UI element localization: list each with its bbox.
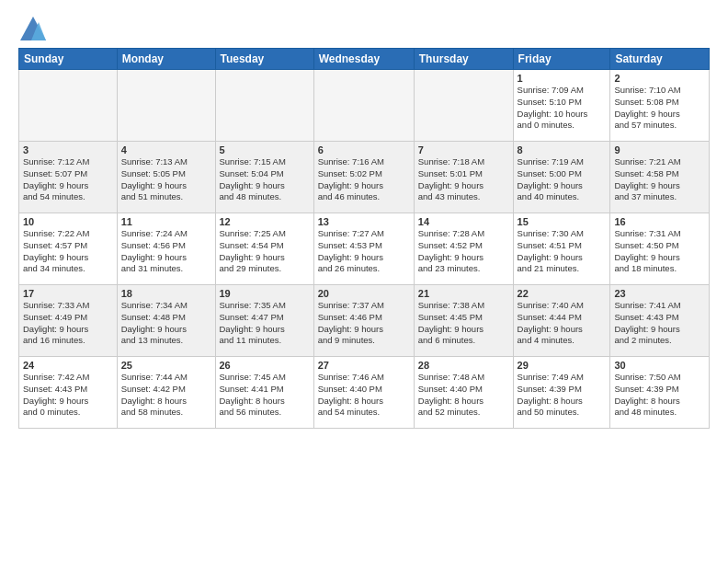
calendar-cell: 11Sunrise: 7:24 AM Sunset: 4:56 PM Dayli… — [117, 213, 215, 285]
calendar-cell: 21Sunrise: 7:38 AM Sunset: 4:45 PM Dayli… — [414, 285, 513, 357]
day-number: 12 — [220, 216, 310, 227]
calendar-cell: 30Sunrise: 7:50 AM Sunset: 4:39 PM Dayli… — [610, 357, 710, 429]
calendar-cell: 6Sunrise: 7:16 AM Sunset: 5:02 PM Daylig… — [313, 142, 414, 213]
calendar-cell: 9Sunrise: 7:21 AM Sunset: 4:58 PM Daylig… — [610, 142, 710, 213]
calendar-cell: 26Sunrise: 7:45 AM Sunset: 4:41 PM Dayli… — [215, 357, 313, 429]
calendar-cell: 22Sunrise: 7:40 AM Sunset: 4:44 PM Dayli… — [513, 285, 610, 357]
day-info: Sunrise: 7:35 AM Sunset: 4:47 PM Dayligh… — [220, 300, 310, 347]
day-number: 26 — [220, 360, 310, 371]
day-info: Sunrise: 7:15 AM Sunset: 5:04 PM Dayligh… — [220, 156, 310, 203]
calendar-cell: 1Sunrise: 7:09 AM Sunset: 5:10 PM Daylig… — [513, 70, 610, 142]
day-number: 7 — [418, 144, 509, 155]
day-info: Sunrise: 7:19 AM Sunset: 5:00 PM Dayligh… — [518, 156, 607, 203]
day-number: 2 — [614, 73, 705, 84]
day-number: 29 — [518, 360, 607, 371]
page: SundayMondayTuesdayWednesdayThursdayFrid… — [0, 0, 728, 563]
day-number: 27 — [318, 360, 410, 371]
day-info: Sunrise: 7:13 AM Sunset: 5:05 PM Dayligh… — [121, 156, 211, 203]
day-info: Sunrise: 7:46 AM Sunset: 4:40 PM Dayligh… — [318, 372, 410, 419]
calendar-cell — [215, 70, 313, 142]
day-info: Sunrise: 7:30 AM Sunset: 4:51 PM Dayligh… — [518, 228, 607, 275]
col-header-tuesday: Tuesday — [215, 49, 313, 70]
day-info: Sunrise: 7:37 AM Sunset: 4:46 PM Dayligh… — [318, 300, 410, 347]
calendar-cell: 28Sunrise: 7:48 AM Sunset: 4:40 PM Dayli… — [414, 357, 513, 429]
day-number: 17 — [23, 288, 113, 299]
calendar-cell: 29Sunrise: 7:49 AM Sunset: 4:39 PM Dayli… — [513, 357, 610, 429]
day-number: 21 — [418, 288, 509, 299]
day-info: Sunrise: 7:40 AM Sunset: 4:44 PM Dayligh… — [518, 300, 607, 347]
col-header-thursday: Thursday — [414, 49, 513, 70]
calendar-cell: 19Sunrise: 7:35 AM Sunset: 4:47 PM Dayli… — [215, 285, 313, 357]
day-number: 8 — [518, 144, 607, 155]
day-number: 4 — [121, 144, 211, 155]
calendar-cell: 4Sunrise: 7:13 AM Sunset: 5:05 PM Daylig… — [117, 142, 215, 213]
day-number: 20 — [318, 288, 410, 299]
day-number: 5 — [220, 144, 310, 155]
day-number: 15 — [518, 216, 607, 227]
calendar-cell — [117, 70, 215, 142]
calendar-cell: 5Sunrise: 7:15 AM Sunset: 5:04 PM Daylig… — [215, 142, 313, 213]
day-number: 13 — [318, 216, 410, 227]
day-info: Sunrise: 7:28 AM Sunset: 4:52 PM Dayligh… — [418, 228, 509, 275]
day-info: Sunrise: 7:33 AM Sunset: 4:49 PM Dayligh… — [23, 300, 113, 347]
day-number: 25 — [121, 360, 211, 371]
day-info: Sunrise: 7:18 AM Sunset: 5:01 PM Dayligh… — [418, 156, 509, 203]
day-info: Sunrise: 7:22 AM Sunset: 4:57 PM Dayligh… — [23, 228, 113, 275]
day-number: 3 — [23, 144, 113, 155]
calendar-cell: 7Sunrise: 7:18 AM Sunset: 5:01 PM Daylig… — [414, 142, 513, 213]
day-number: 9 — [614, 144, 705, 155]
calendar-cell: 8Sunrise: 7:19 AM Sunset: 5:00 PM Daylig… — [513, 142, 610, 213]
day-info: Sunrise: 7:09 AM Sunset: 5:10 PM Dayligh… — [518, 85, 607, 132]
calendar-cell: 3Sunrise: 7:12 AM Sunset: 5:07 PM Daylig… — [19, 142, 118, 213]
day-number: 16 — [614, 216, 705, 227]
calendar-cell: 25Sunrise: 7:44 AM Sunset: 4:42 PM Dayli… — [117, 357, 215, 429]
day-info: Sunrise: 7:21 AM Sunset: 4:58 PM Dayligh… — [614, 156, 705, 203]
calendar-cell: 24Sunrise: 7:42 AM Sunset: 4:43 PM Dayli… — [19, 357, 118, 429]
calendar-cell — [19, 70, 118, 142]
day-info: Sunrise: 7:44 AM Sunset: 4:42 PM Dayligh… — [121, 372, 211, 419]
day-info: Sunrise: 7:41 AM Sunset: 4:43 PM Dayligh… — [614, 300, 705, 347]
calendar-cell: 18Sunrise: 7:34 AM Sunset: 4:48 PM Dayli… — [117, 285, 215, 357]
week-row-1: 3Sunrise: 7:12 AM Sunset: 5:07 PM Daylig… — [19, 142, 710, 213]
day-number: 11 — [121, 216, 211, 227]
logo — [18, 15, 50, 40]
day-info: Sunrise: 7:38 AM Sunset: 4:45 PM Dayligh… — [418, 300, 509, 347]
calendar-cell: 16Sunrise: 7:31 AM Sunset: 4:50 PM Dayli… — [610, 213, 710, 285]
calendar-cell: 12Sunrise: 7:25 AM Sunset: 4:54 PM Dayli… — [215, 213, 313, 285]
calendar-cell — [313, 70, 414, 142]
calendar-cell: 23Sunrise: 7:41 AM Sunset: 4:43 PM Dayli… — [610, 285, 710, 357]
calendar-cell: 20Sunrise: 7:37 AM Sunset: 4:46 PM Dayli… — [313, 285, 414, 357]
day-number: 18 — [121, 288, 211, 299]
calendar-cell: 10Sunrise: 7:22 AM Sunset: 4:57 PM Dayli… — [19, 213, 118, 285]
day-number: 30 — [614, 360, 705, 371]
col-header-wednesday: Wednesday — [313, 49, 414, 70]
week-row-3: 17Sunrise: 7:33 AM Sunset: 4:49 PM Dayli… — [19, 285, 710, 357]
day-info: Sunrise: 7:48 AM Sunset: 4:40 PM Dayligh… — [418, 372, 509, 419]
day-info: Sunrise: 7:25 AM Sunset: 4:54 PM Dayligh… — [220, 228, 310, 275]
day-info: Sunrise: 7:34 AM Sunset: 4:48 PM Dayligh… — [121, 300, 211, 347]
day-info: Sunrise: 7:49 AM Sunset: 4:39 PM Dayligh… — [518, 372, 607, 419]
col-header-sunday: Sunday — [19, 49, 118, 70]
day-info: Sunrise: 7:10 AM Sunset: 5:08 PM Dayligh… — [614, 85, 705, 132]
day-number: 14 — [418, 216, 509, 227]
day-info: Sunrise: 7:27 AM Sunset: 4:53 PM Dayligh… — [318, 228, 410, 275]
calendar-cell: 17Sunrise: 7:33 AM Sunset: 4:49 PM Dayli… — [19, 285, 118, 357]
week-row-0: 1Sunrise: 7:09 AM Sunset: 5:10 PM Daylig… — [19, 70, 710, 142]
calendar-cell: 14Sunrise: 7:28 AM Sunset: 4:52 PM Dayli… — [414, 213, 513, 285]
col-header-friday: Friday — [513, 49, 610, 70]
calendar-header-row: SundayMondayTuesdayWednesdayThursdayFrid… — [19, 49, 710, 70]
day-info: Sunrise: 7:50 AM Sunset: 4:39 PM Dayligh… — [614, 372, 705, 419]
calendar-cell: 27Sunrise: 7:46 AM Sunset: 4:40 PM Dayli… — [313, 357, 414, 429]
day-info: Sunrise: 7:24 AM Sunset: 4:56 PM Dayligh… — [121, 228, 211, 275]
week-row-4: 24Sunrise: 7:42 AM Sunset: 4:43 PM Dayli… — [19, 357, 710, 429]
calendar-cell: 15Sunrise: 7:30 AM Sunset: 4:51 PM Dayli… — [513, 213, 610, 285]
day-number: 10 — [23, 216, 113, 227]
day-info: Sunrise: 7:12 AM Sunset: 5:07 PM Dayligh… — [23, 156, 113, 203]
day-number: 23 — [614, 288, 705, 299]
calendar-table: SundayMondayTuesdayWednesdayThursdayFrid… — [18, 48, 710, 429]
header — [18, 15, 710, 40]
day-number: 28 — [418, 360, 509, 371]
col-header-monday: Monday — [117, 49, 215, 70]
day-info: Sunrise: 7:42 AM Sunset: 4:43 PM Dayligh… — [23, 372, 113, 419]
day-info: Sunrise: 7:16 AM Sunset: 5:02 PM Dayligh… — [318, 156, 410, 203]
